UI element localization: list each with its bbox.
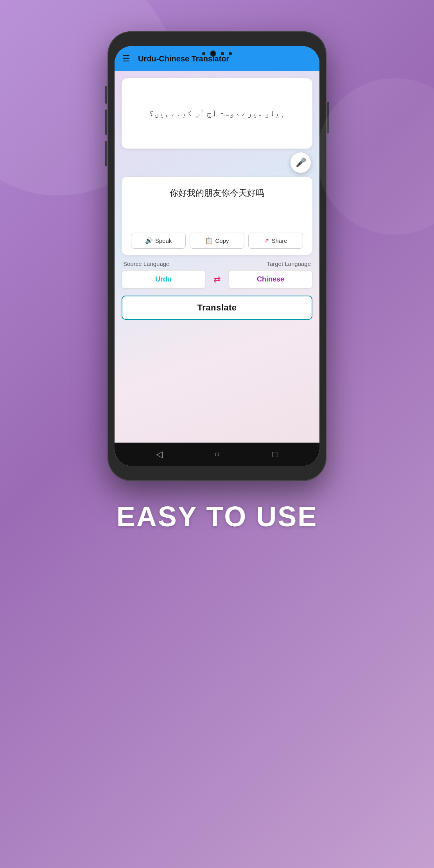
source-language-selector[interactable]: Urdu xyxy=(122,270,205,289)
lang-selectors: Urdu ⇄ Chinese xyxy=(122,270,312,289)
app-content: ہیلو میرے دوست آج آپ کیسے ہیں؟ 🎤 你好我的朋友你… xyxy=(115,71,319,443)
front-camera xyxy=(210,50,216,57)
bottom-tagline: EASY TO USE xyxy=(117,500,318,533)
notch-dot-3 xyxy=(229,52,232,55)
lang-labels: Source Language Target Language xyxy=(122,260,312,267)
power-button xyxy=(327,102,329,133)
mic-button[interactable]: 🎤 xyxy=(291,152,311,173)
share-button[interactable]: ↗ Share xyxy=(248,233,303,249)
phone-screen: ☰ Urdu-Chinese Translator ہیلو میرے دوست… xyxy=(115,46,319,466)
phone-navbar: ◁ ○ □ xyxy=(115,443,319,466)
volume-silent-button xyxy=(105,86,107,104)
home-nav-button[interactable]: ○ xyxy=(210,447,224,461)
phone-notch xyxy=(115,46,319,61)
swap-arrows-icon: ⇄ xyxy=(213,274,221,285)
volume-down-button xyxy=(105,141,107,166)
source-lang-label: Source Language xyxy=(123,260,169,267)
output-box: 你好我的朋友你今天好吗 🔊 Speak 📋 Copy ↗ Share xyxy=(122,177,312,255)
output-text: 你好我的朋友你今天好吗 xyxy=(131,186,303,227)
phone-frame: ☰ Urdu-Chinese Translator ہیلو میرے دوست… xyxy=(108,31,326,481)
speak-label: Speak xyxy=(155,237,172,244)
input-box[interactable]: ہیلو میرے دوست آج آپ کیسے ہیں؟ xyxy=(122,78,312,149)
volume-up-button xyxy=(105,109,107,135)
input-text: ہیلو میرے دوست آج آپ کیسے ہیں؟ xyxy=(149,106,285,120)
notch-dot-2 xyxy=(221,52,224,55)
target-lang-label: Target Language xyxy=(267,260,311,267)
mic-button-wrap: 🎤 xyxy=(122,152,312,173)
target-language-selector[interactable]: Chinese xyxy=(229,270,312,289)
notch-dot-1 xyxy=(202,52,205,55)
copy-icon: 📋 xyxy=(205,237,213,244)
action-buttons: 🔊 Speak 📋 Copy ↗ Share xyxy=(131,233,303,249)
share-icon: ↗ xyxy=(264,237,269,244)
speaker-icon: 🔊 xyxy=(145,237,153,244)
bottom-tagline-wrap: EASY TO USE xyxy=(117,500,318,533)
mic-icon: 🎤 xyxy=(296,158,306,168)
swap-languages-button[interactable]: ⇄ xyxy=(208,271,226,288)
language-row: Source Language Target Language Urdu ⇄ C… xyxy=(122,259,312,290)
back-nav-button[interactable]: ◁ xyxy=(152,447,166,461)
copy-button[interactable]: 📋 Copy xyxy=(190,233,244,249)
translate-button[interactable]: Translate xyxy=(122,296,312,320)
speak-button[interactable]: 🔊 Speak xyxy=(131,233,186,249)
share-label: Share xyxy=(271,237,287,244)
recents-nav-button[interactable]: □ xyxy=(268,447,282,461)
copy-label: Copy xyxy=(215,237,229,244)
